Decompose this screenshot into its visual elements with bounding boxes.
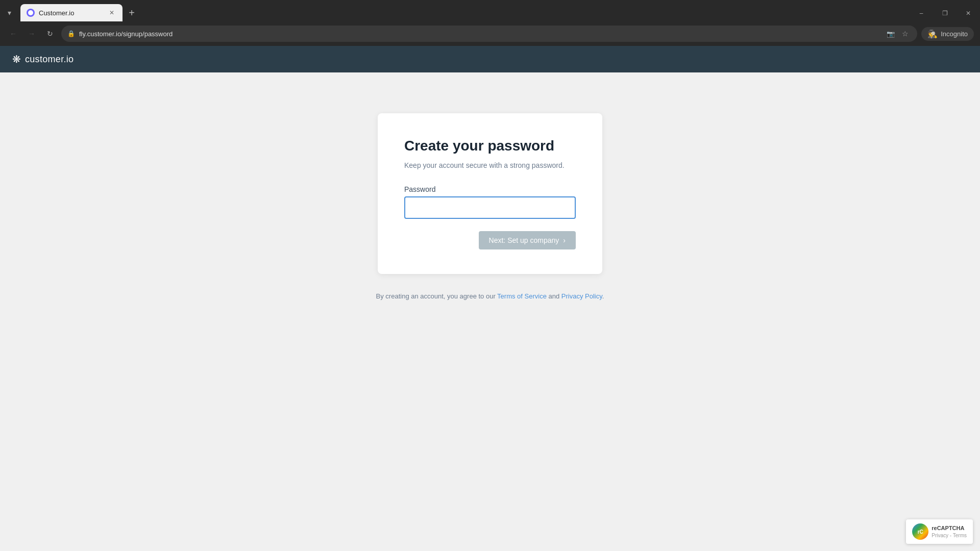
recaptcha-badge: rC reCAPTCHA Privacy - Terms: [906, 519, 973, 544]
bookmark-icon[interactable]: ☆: [899, 28, 911, 40]
close-button[interactable]: ✕: [957, 5, 980, 21]
address-bar: ← → ↻ 🔒 fly.customer.io/signup/password …: [0, 21, 980, 46]
footer-text-after: .: [602, 292, 604, 300]
tab-title: Customer.io: [39, 9, 103, 17]
recaptcha-logo: rC: [912, 523, 928, 540]
browser-right-actions: 🕵 Incognito: [921, 27, 974, 41]
footer-text-before: By creating an account, you agree to our: [376, 292, 498, 300]
next-button-label: Next: Set up company: [489, 236, 559, 244]
password-form-group: Password: [404, 185, 576, 219]
signup-card: Create your password Keep your account s…: [378, 113, 602, 274]
minimize-button[interactable]: –: [910, 5, 933, 21]
terms-link[interactable]: Terms of Service: [497, 292, 547, 300]
privacy-link[interactable]: Privacy Policy: [561, 292, 602, 300]
incognito-badge: 🕵 Incognito: [921, 27, 974, 41]
incognito-label: Incognito: [941, 30, 968, 38]
restore-button[interactable]: ❐: [933, 5, 957, 21]
url-bar-actions: 📷 ☆: [885, 28, 911, 40]
active-tab[interactable]: Customer.io ✕: [20, 4, 122, 21]
button-row: Next: Set up company ›: [404, 231, 576, 249]
main-content: Create your password Keep your account s…: [0, 72, 980, 551]
site-header: ❋ customer.io: [0, 46, 980, 72]
new-tab-button[interactable]: +: [125, 6, 139, 20]
refresh-button[interactable]: ↻: [43, 27, 57, 41]
recaptcha-sub: Privacy - Terms: [932, 532, 967, 539]
incognito-icon: 🕵: [927, 29, 938, 39]
recaptcha-text: reCAPTCHA Privacy - Terms: [932, 524, 967, 538]
logo-icon: ❋: [12, 53, 21, 65]
tab-favicon: [27, 9, 35, 17]
lock-icon: 🔒: [67, 30, 75, 37]
password-label: Password: [404, 185, 576, 193]
arrow-icon: ›: [563, 236, 566, 244]
window-controls: – ❐ ✕: [910, 5, 980, 21]
logo-text: customer.io: [25, 54, 74, 65]
tab-bar: ▾ Customer.io ✕ + – ❐ ✕: [0, 0, 980, 21]
tabs-dropdown-button[interactable]: ▾: [2, 6, 16, 20]
footer-text-and: and: [547, 292, 561, 300]
url-bar[interactable]: 🔒 fly.customer.io/signup/password 📷 ☆: [61, 26, 917, 42]
next-button[interactable]: Next: Set up company ›: [479, 231, 576, 249]
footer-text: By creating an account, you agree to our…: [376, 292, 604, 300]
recaptcha-main: reCAPTCHA: [932, 524, 967, 532]
password-input[interactable]: [404, 196, 576, 219]
card-subtitle: Keep your account secure with a strong p…: [404, 160, 576, 171]
forward-button[interactable]: →: [24, 27, 39, 41]
tab-close-button[interactable]: ✕: [107, 8, 116, 17]
browser-chrome: ▾ Customer.io ✕ + – ❐ ✕ ← → ↻ 🔒 fly.cust…: [0, 0, 980, 46]
back-button[interactable]: ←: [6, 27, 20, 41]
camera-icon[interactable]: 📷: [885, 28, 897, 40]
logo-container[interactable]: ❋ customer.io: [12, 53, 74, 65]
card-title: Create your password: [404, 138, 576, 154]
url-text: fly.customer.io/signup/password: [79, 30, 880, 38]
